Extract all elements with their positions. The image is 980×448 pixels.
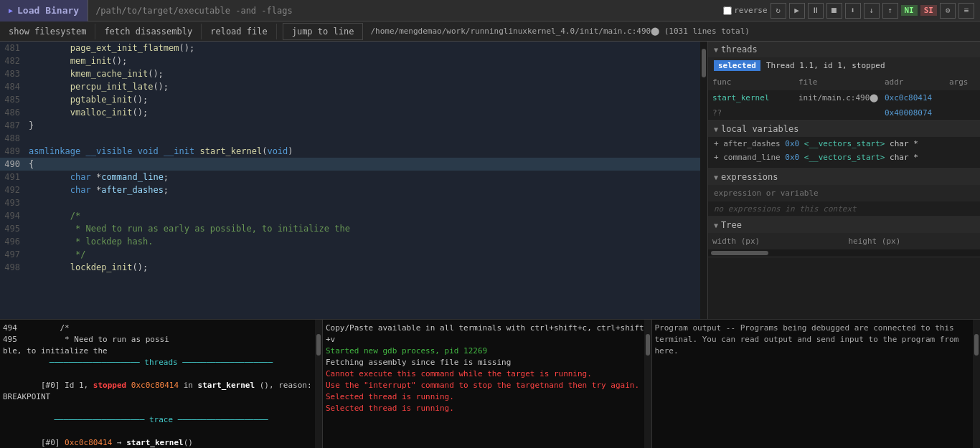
thread-column-headers: func file addr args [708, 74, 980, 90]
step-down-button[interactable]: ↓ [864, 3, 880, 19]
line-content: page_ext_init_flatmem(); [26, 43, 707, 53]
td-addr[interactable]: 0xc0c80414 [880, 92, 945, 104]
line-content: lockdep_init(); [26, 262, 707, 272]
program-output-text: Program output -- Programs being debugge… [655, 323, 978, 357]
line-content: } [26, 120, 707, 130]
show-filesystem-button[interactable]: show filesystem [0, 24, 95, 39]
reverse-checkbox[interactable] [723, 6, 732, 15]
tree-col2: height (px) [844, 235, 981, 247]
var-addr: 0x0 [785, 139, 804, 148]
jump-to-line-button[interactable]: jump to line [283, 23, 364, 40]
gdb-output-line: Started new gdb process, pid 12269 [326, 345, 649, 357]
line-number: 487 [0, 120, 26, 130]
run-button[interactable]: ▶ [789, 3, 805, 19]
var-decl: char * [890, 139, 918, 148]
expression-input[interactable] [708, 185, 980, 201]
line-content: kmem_cache_init(); [26, 69, 707, 79]
line-content: vmalloc_init(); [26, 108, 707, 118]
thread-row: ?? 0x40008074 [708, 105, 980, 120]
tree-header[interactable]: ▼ Tree [708, 217, 980, 233]
gdb-output-line: Selected thread is running. [326, 403, 649, 414]
line-content: mem_init(); [26, 56, 707, 66]
code-line: 481 page_ext_init_flatmem(); [0, 42, 707, 54]
code-line: 487 } [0, 119, 707, 132]
line-number: 489 [0, 146, 26, 156]
code-editor[interactable]: 481 page_ext_init_flatmem(); 482 mem_ini… [0, 42, 707, 319]
local-vars-title: local variables [721, 124, 798, 134]
gdb-output-scroll-thumb [646, 334, 650, 356]
line-number: 481 [0, 43, 26, 53]
gdb-output-scrollbar[interactable] [644, 320, 651, 448]
td-file: init/main.c:490⬤ [794, 92, 880, 104]
line-number: 482 [0, 56, 26, 66]
gdb-output-line: Copy/Paste available in all terminals wi… [326, 323, 649, 345]
pause-button[interactable]: ⏸ [808, 3, 824, 19]
load-binary-button[interactable]: ▶ Load Binary [0, 0, 88, 22]
reverse-checkbox-area: reverse [723, 6, 767, 15]
line-number: 492 [0, 185, 26, 195]
code-line: 491 char *command_line; [0, 171, 707, 184]
reload-file-button[interactable]: reload file [202, 24, 276, 39]
reverse-label: reverse [734, 6, 767, 15]
gdb-line: 494 /* [3, 323, 319, 334]
gdb-output-line: Cannot execute this command while the ta… [326, 368, 649, 391]
code-line: 495 * Need to run as early as possible, … [0, 222, 707, 235]
td-args-blank [945, 112, 980, 115]
gdb-output-panel[interactable]: Copy/Paste available in all terminals wi… [323, 320, 652, 448]
thread-info: Thread 1.1, id 1, stopped [766, 61, 885, 70]
right-panel: ▼ threads selected Thread 1.1, id 1, sto… [707, 42, 980, 319]
gdb-console-panel[interactable]: 494 /* 495 * Need to run as possi ble, t… [0, 320, 323, 448]
local-variables-section: ▼ local variables + after_dashes 0x0 <__… [708, 121, 980, 169]
threads-header[interactable]: ▼ threads [708, 42, 980, 57]
menu-button[interactable]: ≡ [958, 3, 974, 19]
gdb-output-line: Fetching assembly since file is missing [326, 357, 649, 368]
code-line: 497 */ [0, 248, 707, 261]
code-line: 493 [0, 196, 707, 209]
var-row: + after_dashes 0x0 <__vectors_start> cha… [708, 137, 980, 151]
top-controls: reverse ↻ ▶ ⏸ ⏹ ⬇ ↓ ↑ NI SI ⚙ ≡ [723, 3, 980, 19]
th-func: func [708, 76, 794, 88]
line-content: pgtable_init(); [26, 95, 707, 105]
arrow-icon: ▶ [9, 6, 13, 14]
program-output-scroll-thumb [974, 334, 979, 356]
gdb-console-scrollbar[interactable] [315, 320, 322, 448]
line-content: asmlinkage __visible void __init start_k… [26, 146, 707, 156]
program-output-panel[interactable]: Program output -- Programs being debugge… [652, 320, 981, 448]
gdb-thread-stopped-line: [#0] Id 1, stopped 0xc0c80414 in start_k… [3, 368, 319, 414]
stop-button[interactable]: ⏹ [826, 3, 842, 19]
tree-scrollbar-h[interactable] [708, 249, 980, 257]
th-args: args [945, 76, 980, 88]
step-over-button[interactable]: ⬇ [845, 3, 861, 19]
command-path: /path/to/target/executable -and -flags [88, 0, 723, 22]
settings-button[interactable]: ⚙ [940, 3, 956, 19]
fetch-disassembly-button[interactable]: fetch disassembly [95, 24, 202, 39]
scroll-thumb [702, 49, 706, 77]
line-number: 483 [0, 69, 26, 79]
gdb-output-line: Selected thread is running. [326, 391, 649, 403]
line-number: 494 [0, 211, 26, 221]
local-variables-content: + after_dashes 0x0 <__vectors_start> cha… [708, 137, 980, 168]
td-addr-2[interactable]: 0x40008074 [880, 107, 945, 119]
var-type: <__vectors_start> [804, 139, 890, 148]
gdb-line: 495 * Need to run as possi [3, 334, 319, 345]
var-decl: char * [890, 153, 918, 162]
gdb-trace-line: [#0] 0xc0c80414 → start_kernel() [3, 426, 319, 448]
gdb-threads-label: ─────────────────── threads ────────────… [3, 357, 319, 368]
threads-content: selected Thread 1.1, id 1, stopped func … [708, 57, 980, 120]
td-func-blank: ?? [708, 107, 794, 119]
threads-section: ▼ threads selected Thread 1.1, id 1, sto… [708, 42, 980, 121]
var-addr: 0x0 [785, 153, 804, 162]
expressions-title: expressions [721, 172, 778, 182]
expressions-header[interactable]: ▼ expressions [708, 169, 980, 185]
step-up-button[interactable]: ↑ [882, 3, 898, 19]
code-line-active: 490 { [0, 158, 707, 171]
program-output-scrollbar[interactable] [973, 320, 980, 448]
line-number: 496 [0, 237, 26, 247]
bottom-panels: 494 /* 495 * Need to run as possi ble, t… [0, 319, 980, 448]
td-file-blank [794, 112, 880, 115]
main-content: 481 page_ext_init_flatmem(); 482 mem_ini… [0, 42, 980, 319]
refresh-button[interactable]: ↻ [771, 3, 786, 19]
local-variables-header[interactable]: ▼ local variables [708, 121, 980, 137]
code-scrollbar[interactable] [700, 42, 707, 319]
gdb-line: ble, to initialize the [3, 345, 319, 357]
